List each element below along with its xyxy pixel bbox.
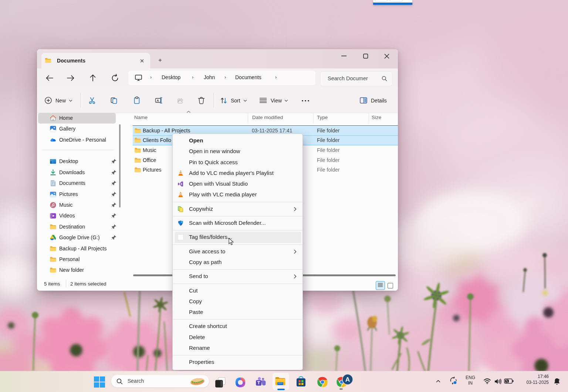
svg-text:z: z <box>558 378 560 381</box>
svg-text:A: A <box>345 376 350 383</box>
svg-text:A: A <box>157 99 159 102</box>
